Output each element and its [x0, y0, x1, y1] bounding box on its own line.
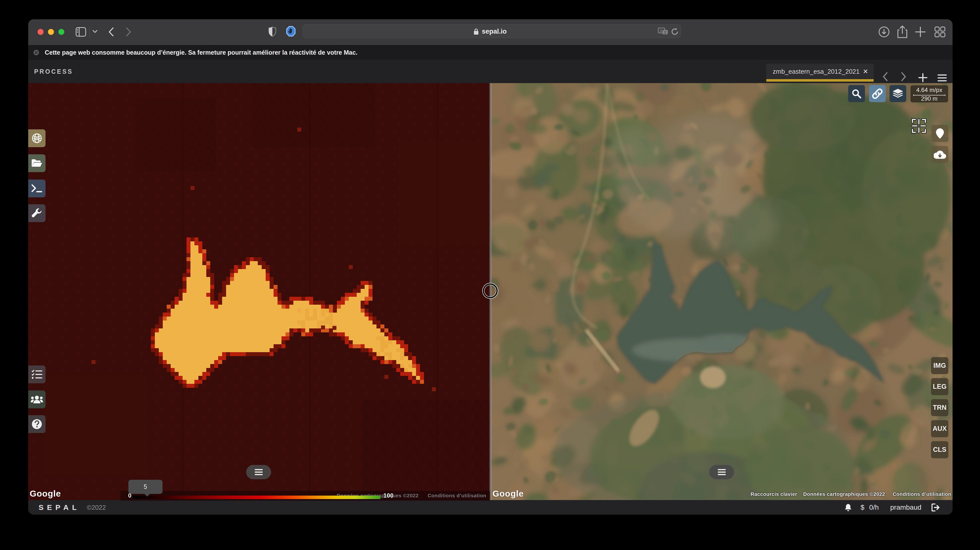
svg-text:A: A	[660, 29, 662, 33]
svg-text:文: 文	[663, 30, 667, 34]
